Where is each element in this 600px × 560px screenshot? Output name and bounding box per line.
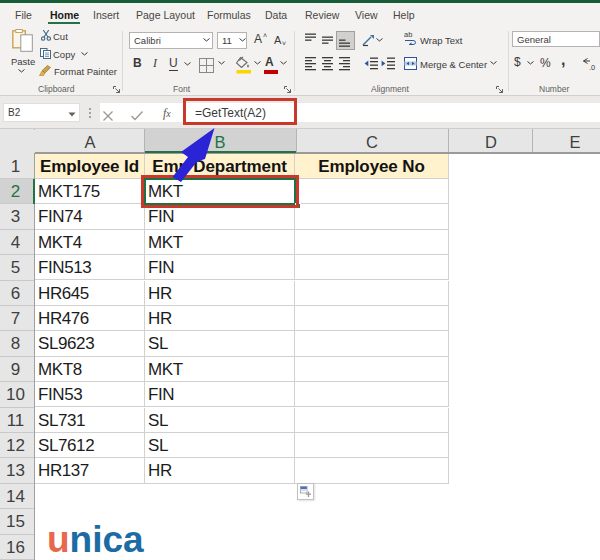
svg-text:ab: ab — [404, 31, 412, 39]
svg-text:.0: .0 — [589, 63, 595, 71]
